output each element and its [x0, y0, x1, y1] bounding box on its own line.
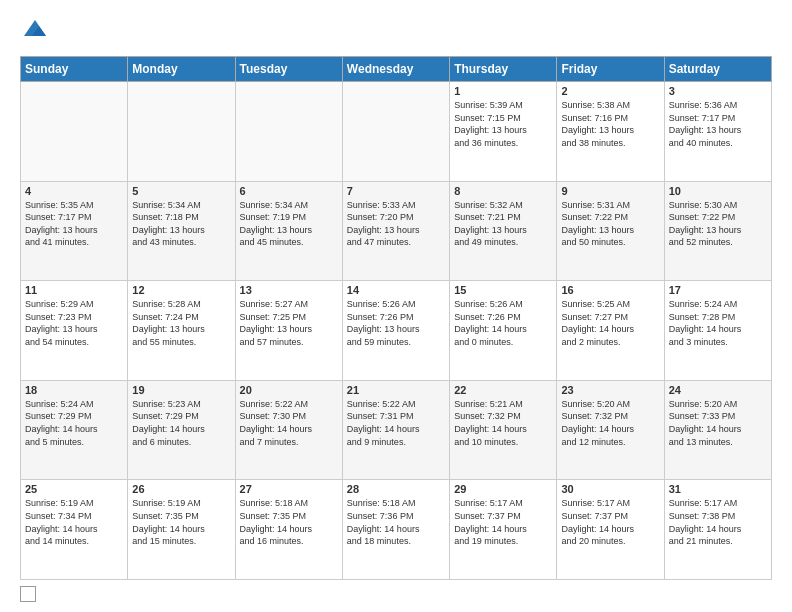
day-info: Sunrise: 5:26 AM Sunset: 7:26 PM Dayligh…: [347, 298, 445, 348]
weekday-header-sunday: Sunday: [21, 57, 128, 82]
day-info: Sunrise: 5:19 AM Sunset: 7:34 PM Dayligh…: [25, 497, 123, 547]
day-info: Sunrise: 5:32 AM Sunset: 7:21 PM Dayligh…: [454, 199, 552, 249]
day-info: Sunrise: 5:24 AM Sunset: 7:29 PM Dayligh…: [25, 398, 123, 448]
day-info: Sunrise: 5:28 AM Sunset: 7:24 PM Dayligh…: [132, 298, 230, 348]
calendar-cell: 4Sunrise: 5:35 AM Sunset: 7:17 PM Daylig…: [21, 181, 128, 281]
calendar-week-1: 1Sunrise: 5:39 AM Sunset: 7:15 PM Daylig…: [21, 82, 772, 182]
calendar-cell: 17Sunrise: 5:24 AM Sunset: 7:28 PM Dayli…: [664, 281, 771, 381]
calendar-cell: 22Sunrise: 5:21 AM Sunset: 7:32 PM Dayli…: [450, 380, 557, 480]
day-number: 17: [669, 284, 767, 296]
day-info: Sunrise: 5:34 AM Sunset: 7:18 PM Dayligh…: [132, 199, 230, 249]
day-number: 31: [669, 483, 767, 495]
calendar-cell: 14Sunrise: 5:26 AM Sunset: 7:26 PM Dayli…: [342, 281, 449, 381]
calendar-cell: 21Sunrise: 5:22 AM Sunset: 7:31 PM Dayli…: [342, 380, 449, 480]
day-number: 22: [454, 384, 552, 396]
calendar-cell: 23Sunrise: 5:20 AM Sunset: 7:32 PM Dayli…: [557, 380, 664, 480]
day-info: Sunrise: 5:30 AM Sunset: 7:22 PM Dayligh…: [669, 199, 767, 249]
day-number: 6: [240, 185, 338, 197]
day-number: 18: [25, 384, 123, 396]
day-number: 13: [240, 284, 338, 296]
day-number: 10: [669, 185, 767, 197]
header: [20, 16, 772, 46]
calendar-cell: 16Sunrise: 5:25 AM Sunset: 7:27 PM Dayli…: [557, 281, 664, 381]
day-info: Sunrise: 5:23 AM Sunset: 7:29 PM Dayligh…: [132, 398, 230, 448]
day-number: 28: [347, 483, 445, 495]
day-info: Sunrise: 5:33 AM Sunset: 7:20 PM Dayligh…: [347, 199, 445, 249]
day-info: Sunrise: 5:17 AM Sunset: 7:37 PM Dayligh…: [561, 497, 659, 547]
calendar-cell: 7Sunrise: 5:33 AM Sunset: 7:20 PM Daylig…: [342, 181, 449, 281]
calendar-cell: 9Sunrise: 5:31 AM Sunset: 7:22 PM Daylig…: [557, 181, 664, 281]
day-number: 15: [454, 284, 552, 296]
day-info: Sunrise: 5:26 AM Sunset: 7:26 PM Dayligh…: [454, 298, 552, 348]
day-number: 19: [132, 384, 230, 396]
day-info: Sunrise: 5:35 AM Sunset: 7:17 PM Dayligh…: [25, 199, 123, 249]
day-info: Sunrise: 5:29 AM Sunset: 7:23 PM Dayligh…: [25, 298, 123, 348]
day-info: Sunrise: 5:18 AM Sunset: 7:36 PM Dayligh…: [347, 497, 445, 547]
calendar-cell: 28Sunrise: 5:18 AM Sunset: 7:36 PM Dayli…: [342, 480, 449, 580]
day-info: Sunrise: 5:34 AM Sunset: 7:19 PM Dayligh…: [240, 199, 338, 249]
day-info: Sunrise: 5:22 AM Sunset: 7:30 PM Dayligh…: [240, 398, 338, 448]
day-info: Sunrise: 5:19 AM Sunset: 7:35 PM Dayligh…: [132, 497, 230, 547]
calendar-cell: 20Sunrise: 5:22 AM Sunset: 7:30 PM Dayli…: [235, 380, 342, 480]
calendar-cell: 2Sunrise: 5:38 AM Sunset: 7:16 PM Daylig…: [557, 82, 664, 182]
day-number: 21: [347, 384, 445, 396]
day-info: Sunrise: 5:20 AM Sunset: 7:32 PM Dayligh…: [561, 398, 659, 448]
weekday-header-monday: Monday: [128, 57, 235, 82]
calendar-cell: 29Sunrise: 5:17 AM Sunset: 7:37 PM Dayli…: [450, 480, 557, 580]
weekday-header-row: SundayMondayTuesdayWednesdayThursdayFrid…: [21, 57, 772, 82]
calendar-cell: 30Sunrise: 5:17 AM Sunset: 7:37 PM Dayli…: [557, 480, 664, 580]
calendar-cell: 27Sunrise: 5:18 AM Sunset: 7:35 PM Dayli…: [235, 480, 342, 580]
day-info: Sunrise: 5:31 AM Sunset: 7:22 PM Dayligh…: [561, 199, 659, 249]
daylight-legend-box: [20, 586, 36, 602]
calendar-cell: 8Sunrise: 5:32 AM Sunset: 7:21 PM Daylig…: [450, 181, 557, 281]
calendar-week-2: 4Sunrise: 5:35 AM Sunset: 7:17 PM Daylig…: [21, 181, 772, 281]
weekday-header-wednesday: Wednesday: [342, 57, 449, 82]
day-number: 29: [454, 483, 552, 495]
day-info: Sunrise: 5:25 AM Sunset: 7:27 PM Dayligh…: [561, 298, 659, 348]
calendar-cell: 15Sunrise: 5:26 AM Sunset: 7:26 PM Dayli…: [450, 281, 557, 381]
day-number: 5: [132, 185, 230, 197]
day-info: Sunrise: 5:36 AM Sunset: 7:17 PM Dayligh…: [669, 99, 767, 149]
logo: [20, 16, 54, 46]
day-number: 26: [132, 483, 230, 495]
calendar-cell: 10Sunrise: 5:30 AM Sunset: 7:22 PM Dayli…: [664, 181, 771, 281]
calendar-cell: 18Sunrise: 5:24 AM Sunset: 7:29 PM Dayli…: [21, 380, 128, 480]
weekday-header-tuesday: Tuesday: [235, 57, 342, 82]
day-info: Sunrise: 5:17 AM Sunset: 7:37 PM Dayligh…: [454, 497, 552, 547]
day-number: 14: [347, 284, 445, 296]
day-number: 11: [25, 284, 123, 296]
calendar-body: 1Sunrise: 5:39 AM Sunset: 7:15 PM Daylig…: [21, 82, 772, 580]
day-number: 20: [240, 384, 338, 396]
day-number: 8: [454, 185, 552, 197]
day-number: 12: [132, 284, 230, 296]
day-info: Sunrise: 5:18 AM Sunset: 7:35 PM Dayligh…: [240, 497, 338, 547]
day-info: Sunrise: 5:38 AM Sunset: 7:16 PM Dayligh…: [561, 99, 659, 149]
calendar-cell: 11Sunrise: 5:29 AM Sunset: 7:23 PM Dayli…: [21, 281, 128, 381]
day-number: 23: [561, 384, 659, 396]
day-number: 2: [561, 85, 659, 97]
weekday-header-thursday: Thursday: [450, 57, 557, 82]
day-info: Sunrise: 5:24 AM Sunset: 7:28 PM Dayligh…: [669, 298, 767, 348]
calendar-cell: [128, 82, 235, 182]
day-number: 4: [25, 185, 123, 197]
calendar-cell: 25Sunrise: 5:19 AM Sunset: 7:34 PM Dayli…: [21, 480, 128, 580]
day-number: 16: [561, 284, 659, 296]
weekday-header-friday: Friday: [557, 57, 664, 82]
calendar-cell: 31Sunrise: 5:17 AM Sunset: 7:38 PM Dayli…: [664, 480, 771, 580]
calendar-cell: 1Sunrise: 5:39 AM Sunset: 7:15 PM Daylig…: [450, 82, 557, 182]
page: SundayMondayTuesdayWednesdayThursdayFrid…: [0, 0, 792, 612]
weekday-header-saturday: Saturday: [664, 57, 771, 82]
calendar-cell: [21, 82, 128, 182]
calendar-cell: 19Sunrise: 5:23 AM Sunset: 7:29 PM Dayli…: [128, 380, 235, 480]
day-number: 24: [669, 384, 767, 396]
day-number: 27: [240, 483, 338, 495]
day-info: Sunrise: 5:27 AM Sunset: 7:25 PM Dayligh…: [240, 298, 338, 348]
calendar-cell: 5Sunrise: 5:34 AM Sunset: 7:18 PM Daylig…: [128, 181, 235, 281]
day-number: 1: [454, 85, 552, 97]
calendar-cell: 13Sunrise: 5:27 AM Sunset: 7:25 PM Dayli…: [235, 281, 342, 381]
day-number: 30: [561, 483, 659, 495]
day-info: Sunrise: 5:20 AM Sunset: 7:33 PM Dayligh…: [669, 398, 767, 448]
calendar-cell: 24Sunrise: 5:20 AM Sunset: 7:33 PM Dayli…: [664, 380, 771, 480]
footer: [20, 586, 772, 602]
day-number: 9: [561, 185, 659, 197]
